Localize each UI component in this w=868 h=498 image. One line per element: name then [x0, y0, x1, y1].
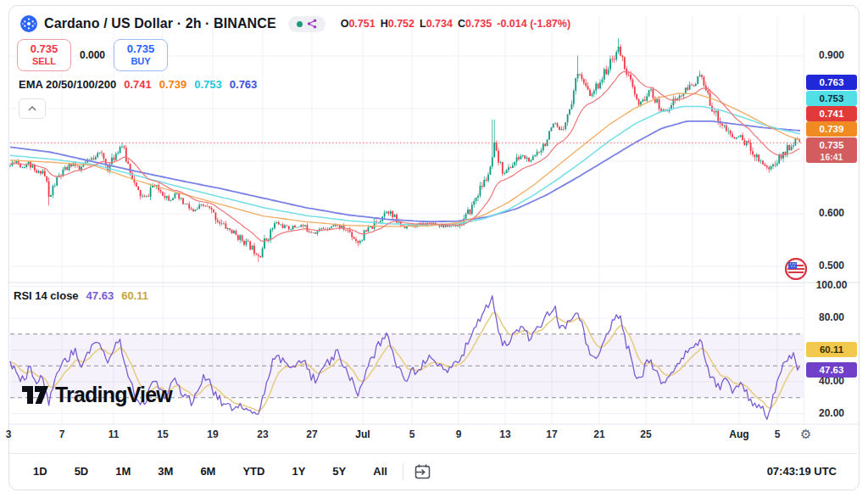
tradingview-watermark: TradingView	[22, 383, 172, 407]
ema200-value: 0.763	[230, 78, 258, 91]
range-button-6m[interactable]: 6M	[192, 462, 224, 481]
chart-canvas[interactable]	[0, 0, 868, 498]
sell-button[interactable]: 0.735SELL	[17, 39, 71, 71]
time-axis-label: 15	[144, 428, 181, 440]
chevron-up-icon	[28, 106, 36, 111]
range-button-all[interactable]: All	[364, 462, 396, 481]
toolbar-divider	[403, 463, 403, 480]
price-badge: 0.763	[806, 75, 857, 90]
ema20-value: 0.741	[124, 78, 152, 91]
time-axis-label: 19	[194, 428, 231, 440]
buy-button[interactable]: 0.735BUY	[114, 39, 168, 71]
symbol-header: Cardano / US Dollar · 2h · BINANCE O0.75…	[20, 14, 570, 34]
bottom-toolbar: 1D5D1M3M6MYTD1Y5YAll 07:43:19 UTC	[9, 453, 857, 489]
price-axis-label: 100.00	[805, 279, 858, 291]
high-value: 0.752	[388, 18, 415, 30]
price-axis-label: 0.500	[805, 260, 858, 271]
ideas-stream-pill[interactable]	[288, 16, 326, 32]
range-button-5y[interactable]: 5Y	[324, 462, 354, 481]
rsi-legend[interactable]: RSI 14 close 47.63 60.11	[14, 289, 148, 302]
close-value: 0.735	[465, 18, 492, 30]
time-axis-label: 23	[244, 428, 281, 440]
time-axis-label: 5	[393, 428, 431, 440]
time-axis-label: 27	[293, 428, 331, 440]
range-button-1d[interactable]: 1D	[25, 462, 56, 481]
go-to-date-icon[interactable]	[414, 463, 431, 480]
spread-value: 0.000	[80, 49, 105, 61]
range-buttons: 1D5D1M3M6MYTD1Y5YAll	[25, 462, 396, 481]
range-button-5d[interactable]: 5D	[66, 462, 97, 481]
legend-collapse-button[interactable]	[19, 98, 46, 119]
range-button-1m[interactable]: 1M	[107, 462, 139, 481]
rsi-value: 47.63	[86, 289, 114, 302]
watermark-text: TradingView	[55, 383, 172, 407]
open-value: 0.751	[348, 18, 375, 30]
price-badge: 0.73516:41	[806, 137, 857, 163]
ema50-value: 0.739	[159, 78, 187, 91]
ema-legend[interactable]: EMA 20/50/100/200 0.741 0.739 0.753 0.76…	[19, 78, 257, 91]
status-dot-icon	[297, 21, 303, 27]
time-axis-label: 9	[440, 428, 477, 440]
range-button-1y[interactable]: 1Y	[283, 462, 314, 481]
time-axis-label: 7	[43, 428, 81, 440]
price-badge: 0.753	[806, 91, 857, 106]
price-badge: 60.11	[806, 342, 857, 357]
low-value: 0.734	[426, 18, 453, 30]
time-axis-label: 11	[95, 428, 132, 440]
change-value: -0.014 (-1.87%)	[497, 18, 570, 30]
time-axis-label: 17	[533, 428, 570, 440]
price-axis-label: 0.900	[805, 49, 858, 61]
price-axis-label: 0.600	[805, 207, 858, 219]
time-axis-label: 5	[759, 428, 796, 440]
share-flow-icon	[307, 19, 317, 29]
usd-flag-icon	[785, 258, 807, 283]
ohlc-readout: O0.751 H0.752 L0.734 C0.735 -0.014 (-1.8…	[341, 18, 570, 30]
rsi-legend-label: RSI 14 close	[14, 289, 79, 302]
price-badge: 0.741	[806, 106, 857, 121]
time-axis-label: 21	[581, 428, 618, 440]
trade-panel: 0.735SELL 0.000 0.735BUY	[17, 39, 168, 71]
time-axis-label: 13	[487, 428, 524, 440]
tradingview-chart-widget: Cardano / US Dollar · 2h · BINANCE O0.75…	[0, 0, 868, 498]
cardano-logo-icon	[20, 15, 37, 32]
ema100-value: 0.753	[194, 78, 222, 91]
range-button-ytd[interactable]: YTD	[234, 462, 273, 481]
time-axis-label: 3	[0, 428, 27, 440]
timezone-clock[interactable]: 07:43:19 UTC	[767, 465, 842, 478]
price-badge: 47.63	[806, 362, 857, 378]
rsi-ma-value: 60.11	[121, 289, 148, 302]
ema-legend-label: EMA 20/50/100/200	[19, 78, 116, 91]
price-badge: 0.739	[806, 121, 857, 137]
time-axis-label: Jul	[344, 428, 381, 440]
price-axis-label: 80.00	[805, 311, 858, 323]
tradingview-logo-icon	[22, 386, 49, 405]
range-button-3m[interactable]: 3M	[149, 462, 181, 481]
time-axis-label: Aug	[721, 428, 758, 440]
time-axis-label: 25	[627, 428, 665, 440]
price-axis-label: 20.00	[805, 407, 858, 419]
symbol-title[interactable]: Cardano / US Dollar · 2h · BINANCE	[44, 16, 276, 31]
axis-settings-gear-icon[interactable]: ⚙	[800, 427, 811, 442]
